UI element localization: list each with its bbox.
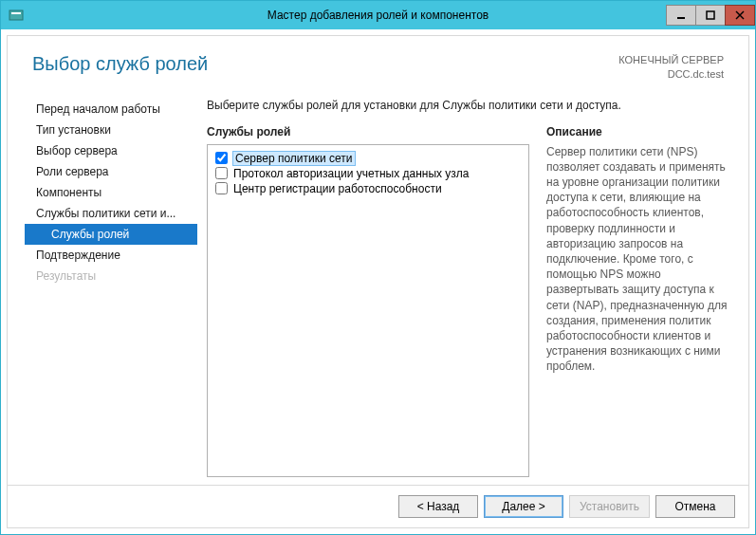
- columns: Службы ролей Сервер политики сети Проток…: [207, 125, 731, 477]
- content-frame: Выбор служб ролей КОНЕЧНЫЙ СЕРВЕР DCC.dc…: [1, 29, 755, 534]
- role-item-nps[interactable]: Сервер политики сети: [212, 151, 525, 166]
- roles-column: Службы ролей Сервер политики сети Проток…: [207, 125, 529, 477]
- description-text: Сервер политики сети (NPS) позволяет соз…: [546, 144, 731, 375]
- nav-results: Результаты: [25, 266, 197, 286]
- roles-label: Службы ролей: [207, 125, 529, 144]
- role-item-hcap[interactable]: Протокол авторизации учетных данных узла: [212, 166, 525, 181]
- nav-confirmation[interactable]: Подтверждение: [25, 245, 197, 266]
- svg-rect-1: [11, 12, 21, 14]
- header-area: Выбор служб ролей КОНЕЧНЫЙ СЕРВЕР DCC.dc…: [8, 36, 748, 91]
- role-checkbox-nps[interactable]: [215, 152, 228, 164]
- window-title: Мастер добавления ролей и компонентов: [1, 9, 755, 22]
- role-label: Сервер политики сети: [233, 152, 355, 165]
- destination-value: DCC.dc.test: [618, 67, 724, 82]
- app-icon: [9, 8, 24, 23]
- role-checkbox-hra[interactable]: [215, 182, 228, 194]
- svg-rect-0: [9, 10, 23, 20]
- instruction-text: Выберите службы ролей для установки для …: [207, 93, 731, 125]
- minimize-button[interactable]: [666, 5, 696, 26]
- body-area: Перед началом работы Тип установки Выбор…: [8, 91, 748, 485]
- nav-server-roles[interactable]: Роли сервера: [25, 161, 197, 182]
- role-checkbox-hcap[interactable]: [215, 167, 228, 179]
- destination-label: КОНЕЧНЫЙ СЕРВЕР: [618, 53, 724, 67]
- footer: < Назад Далее > Установить Отмена: [8, 485, 748, 527]
- svg-rect-2: [677, 17, 685, 19]
- nav-features[interactable]: Компоненты: [25, 182, 197, 203]
- nav-server-selection[interactable]: Выбор сервера: [25, 140, 197, 161]
- wizard-window: Мастер добавления ролей и компонентов Вы…: [0, 0, 756, 535]
- install-button: Установить: [569, 495, 650, 518]
- roles-listbox[interactable]: Сервер политики сети Протокол авторизаци…: [207, 144, 529, 477]
- svg-rect-3: [707, 11, 714, 19]
- maximize-button[interactable]: [695, 5, 726, 26]
- back-button[interactable]: < Назад: [398, 495, 478, 518]
- cancel-button[interactable]: Отмена: [655, 495, 735, 518]
- nav-role-services[interactable]: Службы ролей: [25, 224, 197, 245]
- close-button[interactable]: [725, 5, 755, 26]
- nav-installation-type[interactable]: Тип установки: [25, 120, 197, 140]
- role-item-hra[interactable]: Центр регистрации работоспособности: [212, 181, 525, 196]
- nav-before-you-begin[interactable]: Перед началом работы: [25, 99, 197, 120]
- titlebar: Мастер добавления ролей и компонентов: [1, 1, 755, 29]
- wizard-nav: Перед началом работы Тип установки Выбор…: [25, 93, 197, 477]
- nav-nps[interactable]: Службы политики сети и...: [25, 203, 197, 224]
- role-label: Протокол авторизации учетных данных узла: [233, 167, 469, 180]
- main-panel: Выберите службы ролей для установки для …: [207, 93, 731, 477]
- inner-panel: Выбор служб ролей КОНЕЧНЫЙ СЕРВЕР DCC.dc…: [7, 35, 749, 528]
- next-button[interactable]: Далее >: [484, 495, 563, 518]
- page-title: Выбор служб ролей: [32, 53, 208, 75]
- description-column: Описание Сервер политики сети (NPS) позв…: [546, 125, 731, 477]
- window-controls: [667, 5, 755, 26]
- destination-server-block: КОНЕЧНЫЙ СЕРВЕР DCC.dc.test: [618, 53, 724, 82]
- role-label: Центр регистрации работоспособности: [233, 182, 442, 195]
- description-label: Описание: [546, 125, 731, 144]
